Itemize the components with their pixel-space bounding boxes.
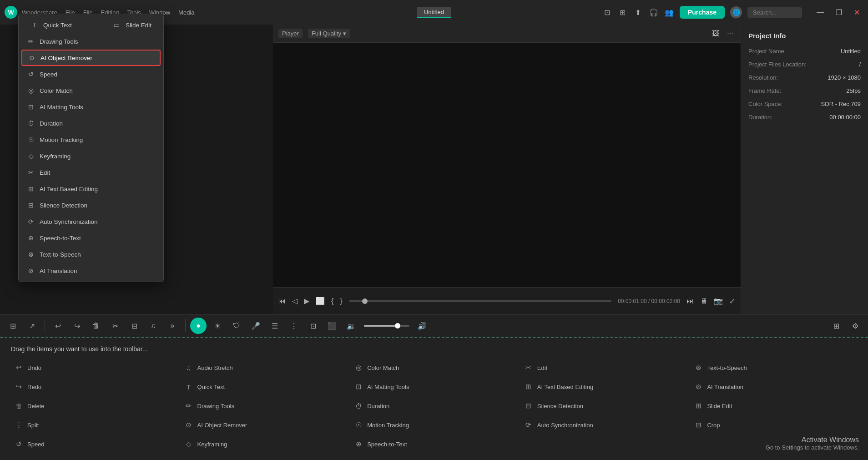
skip-icon[interactable]: ⏭	[686, 297, 694, 305]
audio-stretch-icon: ♫	[184, 363, 194, 373]
skip-back-icon[interactable]: ⏮	[278, 297, 286, 305]
toolbar-delete-btn[interactable]: 🗑	[88, 318, 104, 334]
purchase-button[interactable]: Purchase	[680, 6, 725, 19]
upload-icon[interactable]: ⬆	[633, 7, 643, 17]
menu-item-silence-detection[interactable]: ⊟ Silence Detection	[19, 197, 163, 213]
menu-item-quick-text[interactable]: T Quick Text	[22, 17, 80, 33]
menu-item-speed[interactable]: ↺ Speed	[19, 66, 163, 82]
toolbar-crop-btn[interactable]: ⊟	[126, 318, 142, 334]
menu-item-text-to-speech[interactable]: ⊗ Text-to-Speech	[19, 246, 163, 263]
menu-item-ai-translation[interactable]: ⊘ AI Translation	[19, 263, 163, 279]
menu-label-ai-matting-tools: AI Matting Tools	[40, 104, 83, 111]
play-icon[interactable]: ▶	[304, 297, 309, 305]
toolbar-split-btn[interactable]: ⋮	[286, 318, 302, 334]
toolbar-vol-up-btn[interactable]: 🔊	[414, 318, 430, 334]
proj-duration-row: Duration: 00:00:00:00	[748, 114, 861, 121]
menu-item-motion-tracking[interactable]: ☉ Motion Tracking	[19, 131, 163, 148]
tool-item-quick-text[interactable]: T Quick Text	[181, 380, 348, 394]
frame-back-icon[interactable]: ◁	[292, 297, 298, 305]
tool-item-keyframing[interactable]: ◇ Keyframing	[181, 437, 348, 451]
menu-item-color-match[interactable]: ◎ Color Match	[19, 82, 163, 99]
progress-bar[interactable]	[349, 300, 611, 302]
menu-item-drawing-tools[interactable]: ✏ Drawing Tools	[19, 33, 163, 50]
toolbar-undo-btn[interactable]: ↩	[50, 318, 66, 334]
tool-item-undo[interactable]: ↩ Undo	[11, 361, 177, 374]
headphone-icon[interactable]: 🎧	[649, 7, 659, 17]
tool-item-text-to-speech[interactable]: ⊗ Text-to-Speech	[691, 361, 857, 374]
tool-item-ai-object-remover[interactable]: ⊙ AI Object Remover	[181, 418, 348, 432]
people-icon[interactable]: 👥	[664, 7, 674, 17]
volume-slider[interactable]	[364, 325, 409, 327]
player-controls: ⏮ ◁ ▶ ⬜ { } 00:00:01:00 / 00:00:02:00 ⏭ …	[273, 287, 741, 314]
toolbar-arrow-btn[interactable]: ↗	[24, 318, 40, 334]
bracket-right-icon[interactable]: }	[340, 297, 342, 305]
menu-item-slide-edit[interactable]: ▭ Slide Edit	[105, 17, 160, 33]
tool-item-delete[interactable]: 🗑 Delete	[11, 399, 177, 413]
tool-item-edit[interactable]: ✂ Edit	[521, 361, 687, 374]
menu-media[interactable]: Media	[178, 9, 194, 16]
close-button[interactable]: ✕	[850, 6, 863, 19]
globe-icon[interactable]: 🌐	[730, 6, 742, 18]
toolbar-more-btn[interactable]: »	[164, 318, 181, 334]
activate-title: Activate Windows	[766, 436, 859, 444]
menu-item-duration[interactable]: ⏱ Duration	[19, 115, 163, 131]
toolbar-redo-btn[interactable]: ↪	[69, 318, 85, 334]
tool-item-silence-detection[interactable]: ⊟ Silence Detection	[521, 399, 687, 413]
tool-item-duration[interactable]: ⏱ Duration	[351, 399, 517, 413]
menu-item-ai-matting-tools[interactable]: ⊡ AI Matting Tools	[19, 99, 163, 115]
toolbar-layout-btn[interactable]: ⊞	[828, 318, 844, 334]
toolbar-green-btn[interactable]: ●	[190, 318, 207, 334]
tool-item-motion-tracking[interactable]: ☉ Motion Tracking	[351, 418, 517, 432]
snapshot-icon[interactable]: 📷	[714, 297, 723, 305]
toolbar-pic-btn[interactable]: ⊡	[305, 318, 321, 334]
toolbar-mic-btn[interactable]: 🎤	[247, 318, 264, 334]
monitor-icon[interactable]: ⊡	[602, 7, 612, 17]
tool-item-color-match[interactable]: ◎ Color Match	[351, 361, 517, 374]
tool-item-redo[interactable]: ↪ Redo	[11, 380, 177, 394]
proj-colorspace-value: SDR - Rec.709	[821, 101, 861, 107]
toolbar-shield-btn[interactable]: 🛡	[228, 318, 245, 334]
maximize-button[interactable]: ❐	[832, 6, 846, 19]
tool-item-audio-stretch[interactable]: ♫ Audio Stretch	[181, 361, 348, 374]
player-tab[interactable]: Player	[278, 29, 303, 38]
tool-item-crop[interactable]: ⊟ Crop	[691, 418, 857, 432]
tool-item-speech-to-text[interactable]: ⊕ Speech-to-Text	[351, 437, 517, 451]
toolbar-vol-down-btn[interactable]: 🔉	[343, 318, 359, 334]
monitor2-icon[interactable]: 🖥	[700, 297, 707, 305]
image-icon[interactable]: 🖼	[711, 29, 721, 39]
toolbar-frame-btn[interactable]: ⬛	[324, 318, 340, 334]
toolbar-audio-btn[interactable]: ♫	[145, 318, 161, 334]
bracket-left-icon[interactable]: {	[331, 297, 333, 305]
title-tab[interactable]: Untitled	[417, 7, 451, 18]
toolbar-grid-btn[interactable]: ⊞	[5, 318, 21, 334]
tool-item-auto-synchronization[interactable]: ⟳ Auto Synchronization	[521, 418, 687, 432]
toolbar-list-btn[interactable]: ☰	[267, 318, 283, 334]
tool-item-ai-matting-tools[interactable]: ⊡ AI Matting Tools	[351, 380, 517, 394]
tool-item-drawing-tools[interactable]: ✏ Drawing Tools	[181, 399, 348, 413]
menu-item-ai-object-remover[interactable]: ⊙ AI Object Remover	[21, 50, 161, 66]
search-box[interactable]: Search...	[747, 7, 802, 18]
layout-icon[interactable]: ⊞	[618, 7, 628, 17]
fullscreen-icon[interactable]: ⤢	[729, 297, 735, 305]
toolbar-settings-btn[interactable]: ⚙	[847, 318, 863, 334]
keyframing-icon: ◇	[27, 152, 35, 160]
menu-item-edit[interactable]: ✂ Edit	[19, 164, 163, 181]
frame-icon[interactable]: ⬜	[316, 297, 325, 305]
minimize-button[interactable]: —	[813, 6, 828, 18]
tool-item-ai-translation[interactable]: ⊘ AI Translation	[691, 380, 857, 394]
menu-item-speech-to-text[interactable]: ⊕ Speech-to-Text	[19, 230, 163, 246]
tool-item-speed[interactable]: ↺ Speed	[11, 437, 177, 451]
menu-item-ai-text-based-editing[interactable]: ⊞ AI Text Based Editing	[19, 181, 163, 197]
toolbar-sun-btn[interactable]: ☀	[209, 318, 226, 334]
menu-item-keyframing[interactable]: ◇ Keyframing	[19, 148, 163, 164]
more-icon[interactable]: ···	[725, 29, 735, 39]
auto-synchronization-icon: ⟳	[524, 420, 534, 430]
tool-item-split[interactable]: ⋮ Split	[11, 418, 177, 432]
tool-item-slide-edit[interactable]: ⊞ Slide Edit	[691, 399, 857, 413]
menu-item-auto-synchronization[interactable]: ⟳ Auto Synchronization	[19, 213, 163, 230]
time-separator: /	[648, 298, 651, 304]
menu-label-ai-object-remover: AI Object Remover	[40, 55, 92, 61]
quality-selector[interactable]: Full Quality ▾	[308, 29, 350, 38]
tool-item-ai-text-based-editing[interactable]: ⊞ AI Text Based Editing	[521, 380, 687, 394]
toolbar-scissors-btn[interactable]: ✂	[107, 318, 123, 334]
